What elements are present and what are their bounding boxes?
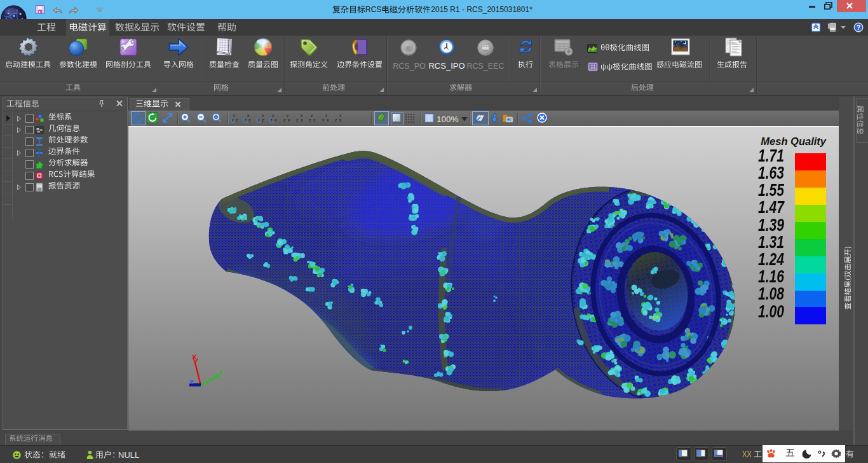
svg-text:v: v [311,113,313,118]
svg-text:x: x [275,118,277,122]
svg-text:v: v [233,113,236,118]
svg-text:z: z [335,118,337,122]
svg-text:x: x [248,118,251,122]
svg-text:z: z [262,118,264,122]
svg-text:z: z [236,118,238,122]
svg-text:v: v [287,113,289,118]
svg-text:x: x [247,113,250,118]
svg-text:v: v [262,113,264,118]
svg-text:x: x [231,118,234,122]
svg-text:v: v [288,118,290,122]
svg-text:x: x [301,118,303,122]
svg-text:x: x [301,113,303,118]
svg-text:z: z [309,118,311,122]
svg-text:v: v [339,113,342,118]
svg-text:v: v [322,118,325,122]
svg-text:x: x [327,118,329,122]
svg-text:z: z [283,118,286,122]
svg-text:x: x [325,113,328,118]
svg-text:z: z [296,118,299,122]
svg-text:x: x [257,118,260,122]
svg-text:z: z [270,118,273,122]
svg-text:x: x [313,118,316,122]
svg-text:z: z [244,118,247,122]
svg-text:?: ? [857,24,860,31]
svg-text:x: x [272,113,275,118]
svg-text:v: v [339,118,342,122]
